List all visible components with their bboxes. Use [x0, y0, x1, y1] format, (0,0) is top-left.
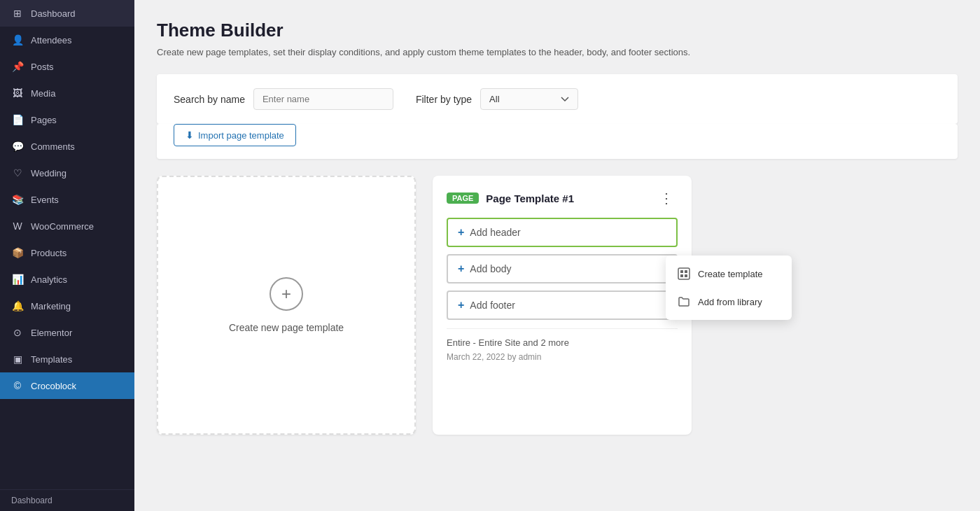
import-page-template-button[interactable]: ⬇ Import page template: [174, 124, 296, 146]
import-icon: ⬇: [186, 130, 194, 141]
card-menu-button[interactable]: ⋮: [655, 190, 678, 206]
template-card: Page Page Template #1 ⋮ + Add header + A…: [433, 176, 692, 435]
search-group: Search by name: [174, 88, 393, 110]
sidebar-icon-posts: 📌: [11, 60, 24, 73]
import-btn-label: Import page template: [198, 130, 284, 141]
add-header-row[interactable]: + Add header: [447, 218, 678, 247]
main-content: Theme Builder Create new page templates,…: [134, 0, 980, 511]
sidebar-label-events: Events: [31, 195, 59, 205]
sidebar-item-templates[interactable]: ▣ Templates: [0, 346, 134, 372]
sidebar-icon-wedding: ♡: [11, 167, 24, 179]
add-footer-plus-icon: +: [458, 299, 464, 312]
add-footer-row[interactable]: + Add footer: [447, 290, 678, 320]
sidebar-label-products: Products: [31, 248, 66, 258]
sidebar-label-crocoblock: Crocoblock: [31, 381, 76, 391]
svg-rect-2: [685, 270, 687, 273]
add-header-label: Add header: [470, 227, 520, 238]
sidebar-icon-attendees: 👤: [11, 34, 24, 46]
search-label: Search by name: [174, 94, 245, 105]
svg-rect-4: [685, 274, 687, 277]
sidebar-item-wedding[interactable]: ♡ Wedding: [0, 160, 134, 186]
sidebar-icon-media: 🖼: [11, 87, 24, 99]
sidebar-item-events[interactable]: 📚 Events: [0, 186, 134, 213]
sidebar-label-dashboard: Dashboard: [31, 8, 76, 19]
create-new-template-card[interactable]: + Create new page template: [157, 176, 416, 435]
add-from-library-label: Add from library: [698, 297, 762, 307]
sidebar-label-elementor: Elementor: [31, 328, 72, 338]
card-author: by admin: [507, 352, 542, 362]
sidebar-item-crocoblock[interactable]: © Crocoblock: [0, 372, 134, 399]
create-template-label: Create template: [698, 269, 763, 279]
filter-type-select[interactable]: All Page Post: [480, 88, 578, 110]
sidebar-label-attendees: Attendees: [31, 35, 72, 46]
add-from-library-icon: [677, 295, 691, 309]
sidebar-item-analytics[interactable]: 📊 Analytics: [0, 266, 134, 293]
svg-rect-3: [680, 274, 683, 277]
card-divider: [447, 328, 678, 329]
page-title: Theme Builder: [157, 20, 958, 41]
add-footer-label: Add footer: [470, 300, 515, 311]
card-meta: March 22, 2022 by admin: [447, 352, 678, 362]
filter-bar: Search by name Filter by type All Page P…: [157, 74, 958, 124]
filter-group: Filter by type All Page Post: [416, 88, 578, 110]
sidebar-label-pages: Pages: [31, 115, 57, 125]
sidebar-icon-dashboard: ⊞: [11, 7, 24, 20]
sidebar-item-woocommerce[interactable]: W WooCommerce: [0, 213, 134, 239]
sidebar-icon-crocoblock: ©: [11, 379, 24, 392]
card-badge: Page: [447, 192, 479, 204]
filter-label: Filter by type: [416, 94, 472, 105]
sidebar-label-templates: Templates: [31, 354, 72, 365]
add-body-row[interactable]: + Add body: [447, 254, 678, 284]
svg-rect-1: [680, 270, 683, 273]
card-title: Page Template #1: [486, 192, 648, 204]
sidebar-item-media[interactable]: 🖼 Media: [0, 80, 134, 106]
create-plus-icon: +: [270, 277, 303, 311]
sidebar-icon-woocommerce: W: [11, 220, 24, 232]
sidebar-label-analytics: Analytics: [31, 274, 67, 285]
sidebar-item-products[interactable]: 📦 Products: [0, 239, 134, 266]
sidebar-footer-dashboard[interactable]: Dashboard: [0, 489, 134, 511]
create-template-item[interactable]: Create template: [666, 260, 792, 288]
card-date: March 22, 2022: [447, 352, 505, 362]
card-header: Page Page Template #1 ⋮: [447, 190, 678, 206]
section-dropdown: Create template Add from library: [666, 255, 792, 320]
sidebar-label-posts: Posts: [31, 62, 54, 72]
add-header-plus-icon: +: [458, 226, 464, 239]
add-body-plus-icon: +: [458, 262, 464, 275]
sidebar-icon-products: 📦: [11, 246, 24, 259]
sidebar-label-media: Media: [31, 88, 55, 99]
sidebar-item-dashboard[interactable]: ⊞ Dashboard: [0, 0, 134, 27]
sidebar-item-attendees[interactable]: 👤 Attendees: [0, 27, 134, 53]
sidebar-icon-marketing: 🔔: [11, 300, 24, 312]
sidebar-item-marketing[interactable]: 🔔 Marketing: [0, 293, 134, 319]
sidebar-icon-comments: 💬: [11, 140, 24, 153]
sidebar-icon-templates: ▣: [11, 353, 24, 365]
add-body-label: Add body: [470, 263, 511, 274]
create-card-label: Create new page template: [229, 322, 344, 333]
sidebar-item-comments[interactable]: 💬 Comments: [0, 133, 134, 160]
add-from-library-item[interactable]: Add from library: [666, 288, 792, 316]
sidebar-label-woocommerce: WooCommerce: [31, 221, 94, 232]
sidebar-icon-elementor: ⊙: [11, 326, 24, 339]
sidebar-item-posts[interactable]: 📌 Posts: [0, 53, 134, 80]
sidebar-item-pages[interactable]: 📄 Pages: [0, 106, 134, 133]
svg-rect-0: [678, 268, 690, 279]
sidebar-label-wedding: Wedding: [31, 168, 66, 178]
sidebar-icon-analytics: 📊: [11, 273, 24, 286]
sidebar-item-elementor[interactable]: ⊙ Elementor: [0, 319, 134, 346]
create-template-icon: [677, 267, 691, 281]
sidebar: ⊞ Dashboard 👤 Attendees 📌 Posts 🖼 Media …: [0, 0, 134, 511]
card-condition: Entire - Entire Site and 2 more: [447, 337, 678, 348]
sidebar-label-marketing: Marketing: [31, 301, 71, 312]
sidebar-icon-pages: 📄: [11, 113, 24, 126]
search-input[interactable]: [253, 88, 393, 110]
cards-area: + Create new page template Page Page Tem…: [157, 176, 958, 435]
sidebar-label-comments: Comments: [31, 141, 75, 152]
page-subtitle: Create new page templates, set their dis…: [157, 47, 958, 57]
sidebar-icon-events: 📚: [11, 193, 24, 206]
